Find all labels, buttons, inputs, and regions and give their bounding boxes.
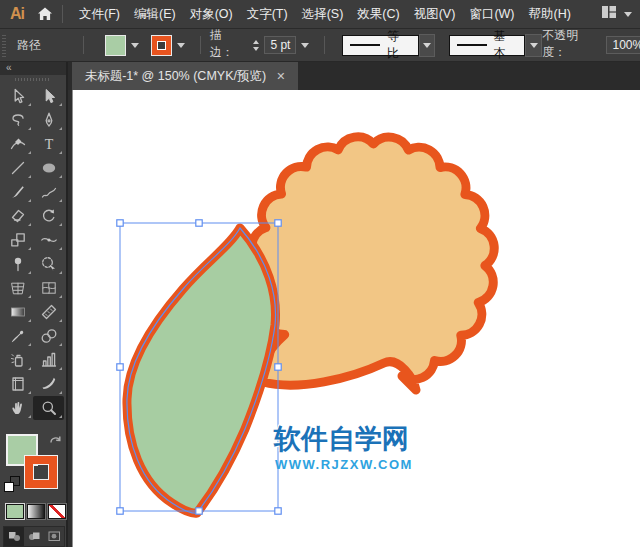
- stroke-color-swatch[interactable]: [151, 35, 172, 56]
- fill-color-swatch[interactable]: [105, 35, 126, 56]
- canvas[interactable]: 软件自学网 WWW.RJZXW.COM: [68, 90, 640, 547]
- stroke-color-indicator[interactable]: [25, 456, 57, 488]
- gradient-button[interactable]: [27, 504, 45, 519]
- menu-object[interactable]: 对象(O): [183, 0, 240, 28]
- type-tool-icon: T: [40, 135, 58, 153]
- opacity-value[interactable]: 100%: [606, 36, 640, 54]
- zoom-tool[interactable]: [33, 396, 64, 420]
- menu-window[interactable]: 窗口(W): [462, 0, 521, 28]
- menu-edit[interactable]: 编辑(E): [127, 0, 183, 28]
- panel-drag-handle[interactable]: [0, 75, 66, 84]
- fill-stroke-indicator: [0, 420, 66, 500]
- selection-handle[interactable]: [196, 508, 202, 514]
- selection-handle[interactable]: [117, 508, 123, 514]
- watermark-title: 软件自学网: [274, 424, 409, 454]
- leaf-shape[interactable]: [127, 228, 276, 513]
- puppet-warp-tool-icon: [9, 255, 27, 273]
- column-graph-tool[interactable]: [33, 348, 64, 372]
- default-fill-stroke-icon[interactable]: [4, 476, 22, 494]
- close-tab-icon[interactable]: ✕: [276, 70, 285, 83]
- zoom-tool-icon: [40, 399, 58, 417]
- stroke-weight-label[interactable]: 描边：: [210, 27, 246, 63]
- selection-handle[interactable]: [275, 508, 281, 514]
- brush-preview: [457, 44, 487, 46]
- mesh-tool[interactable]: [33, 276, 64, 300]
- puppet-warp-tool[interactable]: [2, 252, 33, 276]
- scalloped-shape[interactable]: [252, 137, 494, 390]
- paintbrush-tool[interactable]: [2, 180, 33, 204]
- rotate-tool[interactable]: [33, 204, 64, 228]
- color-button[interactable]: [6, 504, 24, 519]
- divider: [83, 36, 84, 54]
- eraser-tool[interactable]: [2, 204, 33, 228]
- chevron-down-icon[interactable]: [624, 12, 632, 17]
- perspective-grid-tool[interactable]: [2, 276, 33, 300]
- illustrator-window: Ai 文件(F) 编辑(E) 对象(O) 文字(T) 选择(S) 效果(C) 视…: [0, 0, 640, 547]
- brush-definition-value: 基本: [494, 28, 518, 62]
- stroke-weight-stepper[interactable]: [253, 40, 259, 51]
- draw-normal-icon[interactable]: [4, 527, 24, 546]
- draw-behind-icon[interactable]: [24, 527, 44, 546]
- chevron-down-icon[interactable]: [177, 43, 185, 48]
- chevron-down-icon[interactable]: [525, 34, 542, 57]
- menu-view[interactable]: 视图(V): [407, 0, 463, 28]
- document-tab[interactable]: 未标题-1* @ 150% (CMYK/预览) ✕: [72, 62, 298, 90]
- menu-help[interactable]: 帮助(H): [522, 0, 578, 28]
- blend-tool[interactable]: [33, 324, 64, 348]
- chevron-down-icon[interactable]: [131, 43, 139, 48]
- swap-fill-stroke-icon[interactable]: [49, 432, 62, 450]
- workspace-switcher-icon[interactable]: [601, 5, 617, 23]
- pen-tool[interactable]: [33, 108, 64, 132]
- line-segment-tool[interactable]: [2, 156, 33, 180]
- ellipse-tool[interactable]: [33, 156, 64, 180]
- selection-tool[interactable]: [2, 84, 33, 108]
- curvature-tool[interactable]: [2, 132, 33, 156]
- width-tool[interactable]: [33, 228, 64, 252]
- slice-tool[interactable]: [33, 372, 64, 396]
- measure-tool[interactable]: [33, 300, 64, 324]
- stroke-weight-value[interactable]: 5 pt: [264, 36, 296, 54]
- selection-handle[interactable]: [275, 364, 281, 370]
- eyedropper-tool[interactable]: [2, 324, 33, 348]
- artboard-tool-icon: [9, 375, 27, 393]
- chevron-down-icon[interactable]: [301, 43, 309, 48]
- ellipse-tool-icon: [40, 159, 58, 177]
- selection-handle[interactable]: [275, 220, 281, 226]
- slice-tool-icon: [40, 375, 58, 393]
- home-icon[interactable]: [37, 6, 53, 22]
- menu-bar: Ai 文件(F) 编辑(E) 对象(O) 文字(T) 选择(S) 效果(C) 视…: [0, 0, 640, 28]
- collapse-panel-button[interactable]: «: [0, 62, 66, 75]
- direct-selection-tool[interactable]: [33, 84, 64, 108]
- scale-tool-icon: [9, 231, 27, 249]
- chevron-down-icon[interactable]: [419, 34, 436, 57]
- scale-tool[interactable]: [2, 228, 33, 252]
- curvature-tool-icon: [9, 135, 27, 153]
- width-profile-dropdown[interactable]: 等比: [342, 34, 435, 57]
- type-tool[interactable]: T: [33, 132, 64, 156]
- mesh-tool-icon: [40, 279, 58, 297]
- selection-handle[interactable]: [117, 364, 123, 370]
- selection-handle[interactable]: [117, 220, 123, 226]
- menu-select[interactable]: 选择(S): [295, 0, 351, 28]
- brush-definition-dropdown[interactable]: 基本: [449, 34, 542, 57]
- menu-type[interactable]: 文字(T): [240, 0, 295, 28]
- measure-tool-icon: [40, 303, 58, 321]
- panel-grip[interactable]: [2, 33, 9, 57]
- tool-grid: T: [0, 84, 66, 420]
- gradient-tool[interactable]: [2, 300, 33, 324]
- lasso-tool[interactable]: [2, 108, 33, 132]
- selection-handle[interactable]: [196, 220, 202, 226]
- shaper-tool[interactable]: [33, 180, 64, 204]
- menu-file[interactable]: 文件(F): [72, 0, 127, 28]
- opacity-label[interactable]: 不透明度：: [542, 27, 601, 63]
- main-menu: 文件(F) 编辑(E) 对象(O) 文字(T) 选择(S) 效果(C) 视图(V…: [72, 0, 578, 28]
- shape-builder-tool[interactable]: [33, 252, 64, 276]
- none-button[interactable]: [48, 504, 66, 519]
- draw-inside-icon[interactable]: [44, 527, 64, 546]
- menu-effect[interactable]: 效果(C): [350, 0, 406, 28]
- gradient-tool-icon: [9, 303, 27, 321]
- divider: [324, 36, 325, 54]
- artboard-tool[interactable]: [2, 372, 33, 396]
- hand-tool[interactable]: [2, 396, 33, 420]
- symbol-sprayer-tool[interactable]: [2, 348, 33, 372]
